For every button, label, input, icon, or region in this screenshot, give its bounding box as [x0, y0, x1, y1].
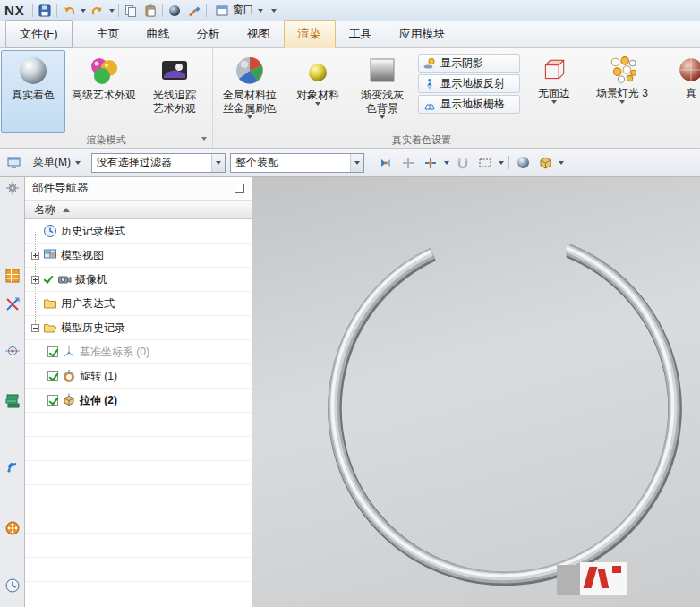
- global-material-button[interactable]: 全局材料拉 丝金属刷色: [214, 50, 286, 133]
- tree-item-label: 基准坐标系 (0): [80, 345, 149, 360]
- save-button[interactable]: [37, 3, 53, 19]
- history-clock-icon[interactable]: [4, 577, 21, 594]
- gradient-background-button[interactable]: 渐变浅灰 色背景: [350, 50, 414, 133]
- object-material-button[interactable]: 对象材料: [286, 50, 350, 133]
- tree-item-model-history[interactable]: 模型历史记录: [25, 316, 252, 340]
- feature-checkbox[interactable]: [47, 395, 58, 406]
- datum-csys-icon: [62, 345, 76, 359]
- scene-lights-button[interactable]: 场景灯光 3: [585, 50, 660, 133]
- collapse-icon[interactable]: [31, 324, 39, 332]
- group-shading-settings-buttons: 全局材料拉 丝金属刷色 对象材料 渐变浅灰 色背景: [213, 48, 700, 133]
- extrude-icon: [62, 393, 76, 407]
- panel-pin-box[interactable]: [235, 184, 244, 193]
- tab-file[interactable]: 文件(F): [5, 20, 73, 48]
- tab-curve[interactable]: 曲线: [133, 21, 184, 47]
- tab-app-modules[interactable]: 应用模块: [386, 21, 459, 47]
- movie-reel-icon[interactable]: [4, 519, 21, 537]
- selection-scope-arrow[interactable]: [350, 154, 363, 172]
- selection-scope-combo[interactable]: 整个装配: [230, 153, 364, 173]
- tree-item-extrude[interactable]: 拉伸 (2): [25, 389, 252, 413]
- ray-traced-art-button[interactable]: 光线追踪 艺术外观: [142, 50, 207, 133]
- view-cube-dropdown-arrow[interactable]: [559, 161, 564, 165]
- scene-lights-dropdown-arrow[interactable]: [619, 100, 625, 104]
- paste-button[interactable]: [142, 3, 158, 19]
- tree-item-cameras[interactable]: 摄像机: [25, 268, 252, 292]
- group-shading-settings-label: 真实着色设置: [392, 133, 451, 147]
- tab-render[interactable]: 渲染: [284, 20, 336, 48]
- redo-dropdown-arrow[interactable]: [109, 9, 115, 13]
- edit-display-button[interactable]: [186, 3, 202, 19]
- show-shadow-label: 显示阴影: [440, 56, 483, 71]
- qat-customize-arrow[interactable]: [271, 9, 277, 13]
- global-material-label-line2: 丝金属刷色: [223, 102, 277, 115]
- gradient-bg-label-line1: 渐变浅灰: [361, 89, 404, 101]
- tab-home[interactable]: 主页: [83, 21, 133, 47]
- tree-item-history-mode[interactable]: 历史记录模式: [25, 219, 252, 244]
- feature-checkbox[interactable]: [47, 346, 58, 357]
- group-dropdown-arrow[interactable]: [201, 137, 207, 141]
- tab-tools[interactable]: 工具: [336, 21, 386, 47]
- resource-bar: [0, 177, 25, 607]
- tree-item-label: 历史记录模式: [61, 224, 125, 239]
- selection-filter-arrow[interactable]: [211, 154, 225, 172]
- window-icon: [215, 4, 229, 18]
- no-face-edge-dropdown-arrow[interactable]: [551, 100, 557, 104]
- reuse-library-icon[interactable]: [4, 267, 21, 285]
- assembly-constraints-icon[interactable]: [4, 295, 21, 313]
- part-navigator-title: 部件导航器: [32, 181, 89, 196]
- selection-filter-combo[interactable]: 没有选择过滤器: [91, 153, 226, 173]
- library-books-icon[interactable]: [4, 392, 21, 410]
- object-material-label: 对象材料: [296, 89, 339, 101]
- true-shading-editor-button-clipped[interactable]: 真: [660, 50, 700, 133]
- no-face-edge-button[interactable]: 无面边: [524, 50, 585, 133]
- tree-item-model-views[interactable]: 模型视图: [25, 244, 252, 268]
- object-material-dropdown-arrow[interactable]: [315, 102, 320, 106]
- roles-gear-icon[interactable]: [4, 179, 21, 197]
- navigator-column-header[interactable]: 名称: [25, 201, 252, 219]
- show-floor-grid-label: 显示地板栅格: [440, 97, 505, 112]
- web-browser-icon[interactable]: [4, 457, 21, 474]
- redo-button[interactable]: [90, 3, 106, 19]
- expand-icon[interactable]: [31, 252, 39, 260]
- tree-item-user-expressions[interactable]: 用户表达式: [25, 292, 252, 316]
- point-pair-icon[interactable]: [377, 154, 395, 172]
- copy-button[interactable]: [123, 3, 139, 19]
- global-material-dropdown-arrow[interactable]: [247, 115, 252, 119]
- rectangle-select-dropdown-arrow[interactable]: [499, 161, 504, 165]
- show-shadow-toggle[interactable]: 显示阴影: [418, 54, 520, 73]
- view-cube-icon[interactable]: [536, 154, 554, 172]
- expand-icon[interactable]: [31, 276, 39, 284]
- menu-button[interactable]: 菜单(M): [27, 151, 87, 174]
- separator: [118, 4, 119, 17]
- tree-item-datum-csys[interactable]: 基准坐标系 (0): [25, 340, 252, 364]
- screen-icon[interactable]: [4, 154, 22, 172]
- tab-view[interactable]: 视图: [234, 21, 284, 47]
- show-floor-grid-toggle[interactable]: 显示地板栅格: [418, 95, 520, 114]
- selection-scope-value: 整个装配: [231, 155, 350, 170]
- shaded-view-icon[interactable]: [514, 154, 532, 172]
- gradient-bg-dropdown-arrow[interactable]: [380, 115, 385, 119]
- measure-icon[interactable]: [4, 342, 21, 360]
- tree-item-revolve[interactable]: 旋转 (1): [25, 364, 252, 389]
- tab-analysis[interactable]: 分析: [184, 21, 234, 47]
- shading-editor-icon: [677, 56, 700, 84]
- paintbrush-icon: [187, 4, 201, 18]
- window-menu-button[interactable]: 窗口: [210, 1, 268, 20]
- navigator-tree: 历史记录模式 模型视图 摄像机: [25, 219, 252, 607]
- render-style-button[interactable]: [166, 3, 183, 19]
- true-shading-button[interactable]: 真实着色: [1, 50, 65, 133]
- snap-point-icon[interactable]: [422, 154, 440, 172]
- undo-dropdown-arrow[interactable]: [81, 9, 86, 13]
- snap-point-dropdown-arrow[interactable]: [444, 161, 449, 165]
- feature-checkbox[interactable]: [47, 371, 58, 381]
- magnet-icon[interactable]: [454, 154, 472, 172]
- rectangle-select-icon[interactable]: [476, 154, 494, 172]
- model-views-icon: [43, 248, 57, 262]
- show-floor-reflection-toggle[interactable]: 显示地板反射: [418, 74, 520, 93]
- undo-button[interactable]: [61, 3, 77, 19]
- advanced-art-button[interactable]: 高级艺术外观: [65, 50, 142, 133]
- graphics-viewport[interactable]: [252, 177, 700, 607]
- hand-select-icon[interactable]: [399, 154, 417, 172]
- folder-icon: [43, 296, 57, 311]
- group-shading-settings: 全局材料拉 丝金属刷色 对象材料 渐变浅灰 色背景: [213, 48, 700, 148]
